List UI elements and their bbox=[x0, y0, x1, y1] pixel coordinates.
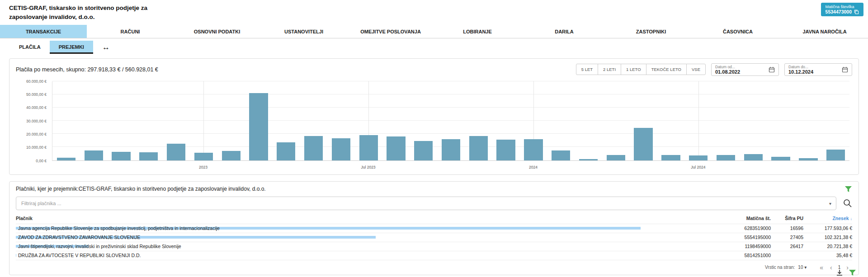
bar-slot bbox=[740, 81, 767, 160]
chart-bar[interactable] bbox=[826, 150, 845, 160]
subtabs: PLAČILAPREJEMKI bbox=[10, 41, 93, 54]
subtab-placila[interactable]: PLAČILA bbox=[10, 41, 50, 54]
x-axis-label: 2024 bbox=[529, 165, 538, 169]
x-axis: 2023Jul 20232024Jul 2024 bbox=[52, 162, 849, 173]
tab-osnovni-podatki[interactable]: OSNOVNI PODATKI bbox=[174, 25, 260, 38]
chart-bar[interactable] bbox=[304, 136, 323, 160]
table-row[interactable]: Javna agencija Republike Slovenije za sp… bbox=[16, 224, 852, 233]
filter-funnel-icon[interactable] bbox=[849, 269, 856, 276]
page-title: CETIS-GRAF, tiskarsko in storitveno podj… bbox=[9, 4, 859, 22]
maticna-stevilka-badge[interactable]: Matična številka 5534473000 bbox=[821, 3, 863, 16]
bar-slot bbox=[630, 81, 657, 160]
prev-page-button[interactable]: ‹ bbox=[828, 264, 834, 271]
payments-chart-card: Plačila po mesecih, skupno: 297.918,33 €… bbox=[9, 58, 859, 175]
chart-bar[interactable] bbox=[496, 140, 515, 160]
main-nav-tabs: TRANSAKCIJERAČUNIOSNOVNI PODATKIUSTANOVI… bbox=[0, 25, 868, 38]
bar-slot bbox=[300, 81, 327, 160]
date-to-value: 10.12.2024 bbox=[788, 69, 813, 75]
chart-bar[interactable] bbox=[414, 141, 433, 160]
payer-name: ZAVOD ZA ZDRAVSTVENO ZAVAROVANJE SLOVENI… bbox=[16, 235, 726, 240]
chart-bar[interactable] bbox=[689, 155, 708, 160]
chart-bar[interactable] bbox=[552, 150, 570, 160]
chart-title: Plačila po mesecih, skupno: 297.918,33 €… bbox=[16, 63, 158, 73]
chart-bar[interactable] bbox=[85, 150, 103, 160]
tab-casovnica[interactable]: ČASOVNICA bbox=[694, 25, 781, 38]
chart-bar[interactable] bbox=[139, 152, 158, 160]
chart-bar[interactable] bbox=[744, 154, 763, 160]
bar-slot bbox=[767, 81, 795, 160]
search-button[interactable] bbox=[843, 198, 852, 208]
bar-slot bbox=[410, 81, 437, 160]
rows-per-page-select[interactable]: 10 ▾ bbox=[798, 265, 807, 270]
y-axis: 0,00 €10.000,00 €20.000,00 €30.000,00 €4… bbox=[16, 81, 50, 161]
tab-lobiranje[interactable]: LOBIRANJE bbox=[434, 25, 521, 38]
chart-bar[interactable] bbox=[442, 139, 460, 160]
range-button-2-leti[interactable]: 2 LETI bbox=[598, 64, 621, 75]
tab-javna-narocila[interactable]: JAVNA NAROČILA bbox=[781, 25, 868, 38]
payer-cell: ZAVOD ZA ZDRAVSTVENO ZAVAROVANJE SLOVENI… bbox=[16, 235, 726, 240]
column-znesek-sort[interactable]: Znesek ↓ bbox=[803, 216, 852, 221]
payers-table-card: Plačniki, kjer je prejemnik:CETIS-GRAF, … bbox=[9, 181, 859, 275]
table-row[interactable]: DRUŽBA ZA AVTOCESTE V REPUBLIKI SLOVENIJ… bbox=[16, 251, 852, 260]
chart-bar[interactable] bbox=[112, 152, 130, 160]
swap-direction-icon[interactable]: ↔ bbox=[102, 43, 110, 51]
sifra-pu-cell: 16596 bbox=[771, 225, 803, 231]
chart-bar[interactable] bbox=[524, 139, 542, 160]
payer-name: DRUŽBA ZA AVTOCESTE V REPUBLIKI SLOVENIJ… bbox=[16, 253, 726, 258]
chart-bar[interactable] bbox=[634, 128, 652, 160]
range-button-tekoce-leto[interactable]: TEKOČE LETO bbox=[646, 64, 687, 75]
range-button-1-leto[interactable]: 1 LETO bbox=[621, 64, 646, 75]
chart-bar[interactable] bbox=[387, 136, 405, 160]
filter-payer-input[interactable] bbox=[16, 197, 836, 210]
tab-darila[interactable]: DARILA bbox=[521, 25, 608, 38]
znesek-cell: 177.593,06 € bbox=[803, 225, 852, 231]
chart-bar[interactable] bbox=[799, 158, 817, 160]
chart-bar[interactable] bbox=[167, 144, 185, 160]
rows-per-page-label: Vrstic na stran: bbox=[765, 265, 795, 270]
table-row[interactable]: Javni štipendijski, razvojni, invalidski… bbox=[16, 242, 852, 251]
caret-down-icon: ▾ bbox=[804, 265, 807, 270]
chart-bar[interactable] bbox=[661, 155, 680, 160]
subtab-prejemki[interactable]: PREJEMKI bbox=[50, 41, 93, 54]
tab-zastopniki[interactable]: ZASTOPNIKI bbox=[608, 25, 694, 38]
copy-icon[interactable] bbox=[854, 9, 859, 14]
x-axis-label: Jul 2024 bbox=[691, 165, 705, 169]
range-button-vse[interactable]: VSE bbox=[686, 64, 706, 75]
bar-slot bbox=[712, 81, 740, 160]
tab-omejitve-poslovanja[interactable]: OMEJITVE POSLOVANJA bbox=[347, 25, 434, 38]
bar-slot bbox=[437, 81, 465, 160]
chart-bar[interactable] bbox=[579, 159, 598, 160]
chart-bar[interactable] bbox=[222, 151, 241, 160]
chart-bar[interactable] bbox=[57, 158, 75, 160]
filter-funnel-icon[interactable] bbox=[844, 186, 852, 192]
range-button-5-let[interactable]: 5 LET bbox=[576, 64, 598, 75]
bar-slot bbox=[162, 81, 190, 160]
calendar-icon[interactable] bbox=[842, 66, 848, 73]
tab-ustanovitelji[interactable]: USTANOVITELJI bbox=[260, 25, 347, 38]
first-page-button[interactable]: « bbox=[818, 264, 825, 271]
payer-name: Javni štipendijski, razvojni, invalidski… bbox=[16, 244, 726, 249]
company-name-line2: zaposlovanje invalidov, d.o.o. bbox=[9, 13, 859, 22]
payer-cell: DRUŽBA ZA AVTOCESTE V REPUBLIKI SLOVENIJ… bbox=[16, 253, 726, 258]
chart-bar[interactable] bbox=[332, 138, 350, 160]
chart-bar[interactable] bbox=[194, 153, 213, 160]
znesek-cell: 20.721,38 € bbox=[803, 244, 852, 249]
bar-slot bbox=[272, 81, 300, 160]
chart-bar[interactable] bbox=[249, 93, 268, 160]
date-to-input[interactable]: Datum do... 10.12.2024 bbox=[784, 63, 852, 76]
payers-table: Plačnik Matična št. Šifra PU Znesek ↓ Ja… bbox=[16, 215, 852, 260]
download-icon[interactable] bbox=[836, 269, 843, 277]
date-from-input[interactable]: Datum od... 01.08.2022 bbox=[711, 63, 779, 76]
calendar-icon[interactable] bbox=[769, 66, 775, 73]
chart-bar[interactable] bbox=[771, 157, 790, 160]
chart-bar[interactable] bbox=[607, 155, 625, 160]
tab-racuni[interactable]: RAČUNI bbox=[87, 25, 174, 38]
chart-bar[interactable] bbox=[277, 142, 295, 160]
chart-bar[interactable] bbox=[359, 135, 378, 160]
chart-bar[interactable] bbox=[469, 136, 488, 160]
bar-slot bbox=[657, 81, 685, 160]
tab-transakcije[interactable]: TRANSAKCIJE bbox=[0, 25, 87, 38]
table-row[interactable]: ZAVOD ZA ZDRAVSTVENO ZAVAROVANJE SLOVENI… bbox=[16, 233, 852, 242]
chart-bar[interactable] bbox=[717, 155, 735, 160]
date-from-value: 01.08.2022 bbox=[715, 69, 740, 75]
